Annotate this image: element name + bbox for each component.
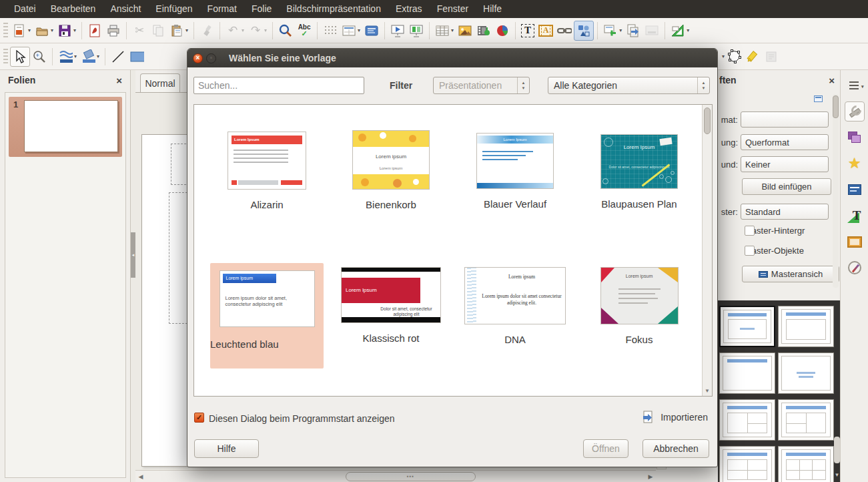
import-button[interactable]: Importieren bbox=[640, 410, 708, 425]
layout-content-two-content[interactable] bbox=[778, 399, 834, 441]
insert-line-button[interactable] bbox=[109, 47, 127, 67]
clone-formatting-button[interactable] bbox=[197, 21, 216, 41]
crayon-button[interactable] bbox=[743, 47, 762, 67]
display-views-button[interactable]: ▾ bbox=[340, 21, 362, 41]
layout-scroll-down-arrow[interactable]: ▼ bbox=[834, 472, 840, 478]
menu-format[interactable]: Format bbox=[200, 0, 244, 18]
help-button[interactable]: Hilfe bbox=[194, 439, 259, 458]
menu-datei[interactable]: Datei bbox=[7, 0, 43, 18]
insert-image-button-panel[interactable]: Bild einfügen bbox=[742, 178, 831, 195]
master-slide-button[interactable]: ▾ bbox=[669, 21, 691, 41]
more-options-icon[interactable] bbox=[814, 95, 823, 102]
layout-four-content[interactable] bbox=[719, 446, 775, 482]
export-pdf-button[interactable] bbox=[85, 21, 104, 41]
layout-title-only[interactable] bbox=[719, 352, 775, 394]
new-presentation-button[interactable]: ▾ bbox=[10, 21, 33, 41]
master-background-checkbox[interactable] bbox=[745, 226, 755, 236]
insert-media-button[interactable] bbox=[474, 21, 493, 41]
template-card-fokus[interactable]: Lorem ipsum Fokus bbox=[577, 267, 701, 345]
menu-extras[interactable]: Extras bbox=[388, 0, 430, 18]
cancel-button[interactable]: Abbrechen bbox=[642, 439, 709, 458]
scroll-left-arrow[interactable]: ◀ bbox=[135, 472, 146, 481]
tab-master-slides[interactable] bbox=[845, 180, 865, 200]
layout-scrollbar[interactable]: ▼ bbox=[834, 302, 840, 481]
insert-frame-button[interactable]: A bbox=[536, 21, 555, 41]
toolbar-grip[interactable] bbox=[3, 49, 8, 65]
spelling-button[interactable]: Abc ✓ bbox=[295, 21, 314, 41]
print-button[interactable] bbox=[104, 21, 123, 41]
tab-properties[interactable] bbox=[845, 101, 865, 122]
horizontal-scroll-track[interactable]: ▪▪▪ bbox=[146, 472, 645, 481]
menu-fenster[interactable]: Fenster bbox=[430, 0, 476, 18]
tab-gallery[interactable] bbox=[845, 232, 865, 252]
close-icon[interactable]: × bbox=[116, 75, 122, 86]
template-list-scrollbar[interactable]: ▼ bbox=[702, 105, 712, 396]
layout-six-content[interactable] bbox=[778, 446, 834, 482]
open-button[interactable]: ▾ bbox=[33, 21, 55, 41]
insert-image-button[interactable] bbox=[456, 21, 474, 41]
select-button[interactable] bbox=[10, 47, 30, 67]
menu-bildschirmpraesentation[interactable]: Bildschirmpräsentation bbox=[279, 0, 388, 18]
layout-title-content-2[interactable] bbox=[778, 306, 834, 347]
start-presentation-button[interactable] bbox=[388, 21, 407, 41]
dialog-minimize-button[interactable]: ▫ bbox=[206, 53, 216, 63]
orientation-select[interactable]: Querformat bbox=[741, 134, 829, 150]
menu-bearbeiten[interactable]: Bearbeiten bbox=[43, 0, 103, 18]
master-select[interactable]: Standard bbox=[741, 204, 829, 220]
splitter-handle[interactable]: ◂ bbox=[131, 232, 135, 278]
tab-navigator[interactable] bbox=[845, 258, 865, 278]
background-select[interactable]: Keiner bbox=[741, 156, 829, 172]
text-box-view-button[interactable] bbox=[362, 21, 381, 41]
horizontal-scroll-thumb[interactable]: ▪▪▪ bbox=[346, 472, 475, 481]
layout-centered-text[interactable] bbox=[778, 352, 834, 394]
insert-chart-button[interactable] bbox=[493, 21, 512, 41]
slide-thumbnail-1[interactable]: 1 bbox=[9, 97, 122, 157]
cut-button[interactable]: ✂ bbox=[130, 21, 149, 41]
tab-normal[interactable]: Normal bbox=[140, 73, 180, 92]
fill-color-button[interactable]: ▾ bbox=[79, 47, 101, 67]
polygon-button[interactable] bbox=[725, 47, 743, 67]
redo-button[interactable]: ↷▾ bbox=[246, 21, 269, 41]
grid-button[interactable] bbox=[321, 21, 340, 41]
insert-rectangle-button[interactable] bbox=[127, 47, 146, 67]
filter-type-select[interactable]: Präsentationen ▲▼ bbox=[433, 77, 530, 94]
dialog-close-button[interactable]: × bbox=[193, 53, 203, 63]
copy-button[interactable] bbox=[149, 21, 167, 41]
layout-two-content[interactable] bbox=[719, 399, 775, 441]
format-select[interactable] bbox=[741, 111, 829, 128]
template-scroll-down-arrow[interactable]: ▼ bbox=[703, 386, 712, 396]
tab-slide-transition[interactable] bbox=[845, 128, 865, 148]
layout-title-content[interactable] bbox=[719, 306, 775, 347]
open-button[interactable]: Öffnen bbox=[583, 439, 628, 458]
template-scroll-thumb[interactable] bbox=[704, 107, 711, 134]
search-input[interactable] bbox=[193, 77, 364, 94]
insert-table-button[interactable]: ▾ bbox=[433, 21, 456, 41]
duplicate-slide-button[interactable] bbox=[624, 21, 642, 41]
sidebar-settings-button[interactable]: ▾ bbox=[845, 75, 865, 95]
save-button[interactable]: ▾ bbox=[55, 21, 78, 41]
layout-scroll-thumb[interactable] bbox=[834, 437, 840, 463]
template-card-blauer-verlauf[interactable]: Lorem Ipsum Blauer Verlauf bbox=[453, 133, 577, 210]
zoom-button[interactable]: + bbox=[30, 47, 49, 67]
template-card-bienenkorb[interactable]: Lorem ipsum Lorem ipsum Bienenkorb bbox=[329, 130, 453, 210]
find-replace-button[interactable] bbox=[276, 21, 295, 41]
menu-folie[interactable]: Folie bbox=[244, 0, 279, 18]
menu-einfuegen[interactable]: Einfügen bbox=[148, 0, 199, 18]
hyperlink-button[interactable] bbox=[555, 21, 574, 41]
master-view-button[interactable]: Masteransich bbox=[742, 266, 839, 282]
toolbar-grip[interactable] bbox=[3, 23, 8, 39]
template-card-alizarin[interactable]: Lorem Ipsum Alizarin bbox=[205, 132, 329, 210]
properties-scroll-thumb[interactable] bbox=[833, 95, 839, 118]
dialog-titlebar[interactable]: × ▫ Wählen Sie eine Vorlage bbox=[187, 49, 717, 67]
glue-points-button[interactable] bbox=[762, 47, 781, 67]
show-dialog-checkbox[interactable]: ✓ bbox=[194, 413, 204, 423]
template-card-leuchtend-blau-selected[interactable]: Lorem ipsum Lorem ipsum dolor sit amet, … bbox=[210, 263, 324, 369]
close-icon[interactable]: × bbox=[829, 75, 835, 86]
paste-button[interactable]: ▾ bbox=[167, 21, 190, 41]
master-objects-checkbox[interactable] bbox=[745, 246, 755, 256]
menu-hilfe[interactable]: Hilfe bbox=[476, 0, 509, 18]
tab-animation[interactable]: ★ bbox=[845, 154, 865, 174]
undo-button[interactable]: ↶▾ bbox=[224, 21, 246, 41]
basic-shapes-button[interactable] bbox=[574, 21, 594, 41]
filter-category-select[interactable]: Alle Kategorien ▲▼ bbox=[548, 77, 710, 94]
